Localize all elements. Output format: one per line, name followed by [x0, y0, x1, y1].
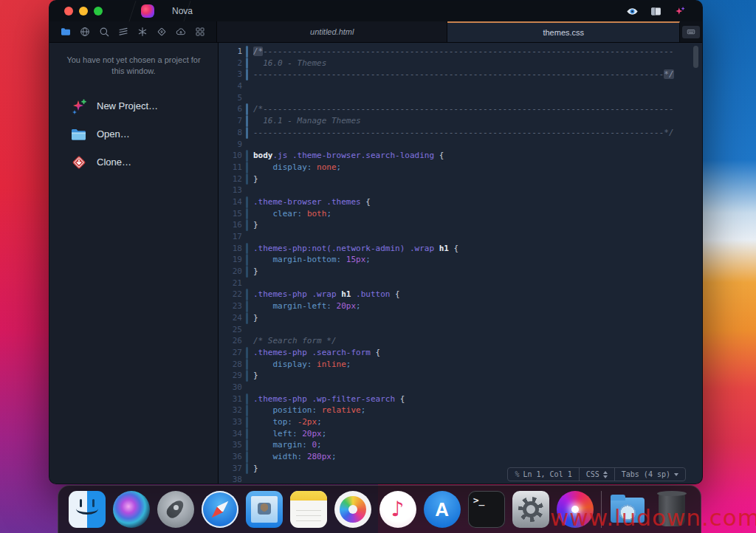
appstore-dock-icon[interactable] [424, 491, 461, 528]
code-line[interactable]: 20} [219, 266, 702, 278]
diamond-icon[interactable] [156, 26, 168, 38]
code-line[interactable]: 18.themes-php:not(.network-admin) .wrap … [219, 243, 702, 255]
code-text: left: 20px; [253, 428, 326, 440]
code-line[interactable]: 8---------------------------------------… [219, 127, 702, 139]
code-line[interactable]: 30 [219, 382, 702, 393]
grid-icon[interactable] [194, 26, 206, 38]
minimize-button[interactable] [79, 7, 88, 16]
notes-dock-icon[interactable] [290, 491, 327, 528]
photos-dock-icon[interactable] [334, 491, 371, 528]
change-bar [246, 219, 248, 231]
code-line[interactable]: 26/* Search form */ [219, 335, 702, 347]
code-line[interactable]: 6/*-------------------------------------… [219, 103, 702, 115]
code-line[interactable]: 35 margin: 0; [219, 439, 702, 451]
code-text: ----------------------------------------… [253, 127, 674, 139]
change-bar [246, 266, 248, 278]
code-line[interactable]: 5 [219, 92, 702, 104]
code-line[interactable]: 2 16.0 - Themes [219, 58, 702, 69]
code-line[interactable]: 34 left: 20px; [219, 428, 702, 440]
code-line[interactable]: 16} [219, 219, 702, 231]
asterisk-icon[interactable] [137, 26, 148, 38]
code-line[interactable]: 7 16.1 - Manage Themes [219, 115, 702, 127]
code-text: } [253, 266, 258, 278]
terminal-dock-icon[interactable] [468, 491, 505, 528]
line-number: 26 [219, 335, 246, 347]
safari-dock-icon[interactable] [202, 491, 238, 528]
code-line[interactable]: 23 margin-left: 20px; [219, 300, 702, 312]
line-number: 23 [219, 300, 246, 312]
code-line[interactable]: 24} [219, 312, 702, 324]
music-dock-icon[interactable] [379, 491, 416, 528]
sidebar-action-openfolder[interactable]: Open… [49, 120, 218, 148]
code-editor[interactable]: 1/*-------------------------------------… [219, 43, 702, 484]
language-selector[interactable]: CSS [579, 468, 614, 481]
folder-icon[interactable] [60, 26, 72, 38]
code-text: margin-left: 20px; [253, 300, 361, 312]
siri-dock-icon[interactable] [113, 491, 150, 528]
code-line[interactable]: 36 width: 280px; [219, 451, 702, 463]
code-line[interactable]: 4 [219, 80, 702, 92]
code-line[interactable]: 14.theme-browser .themes { [219, 196, 702, 208]
code-line[interactable]: 11 display: none; [219, 162, 702, 173]
cursor-position-control[interactable]: % Ln 1, Col 1 [508, 468, 578, 481]
sparkle-plus-icon[interactable] [673, 5, 686, 18]
code-line[interactable]: 10body.js .theme-browser.search-loading … [219, 150, 702, 162]
editor-scrollbar[interactable] [693, 46, 698, 68]
code-line[interactable]: 3---------------------------------------… [219, 69, 702, 80]
code-line[interactable]: 15 clear: both; [219, 208, 702, 220]
code-line[interactable]: 32 position: relative; [219, 405, 702, 416]
code-line[interactable]: 31.themes-php .wp-filter-search { [219, 393, 702, 405]
project-sidebar: You have not yet chosen a project for th… [49, 43, 219, 484]
siri-icon [113, 491, 150, 528]
launchpad-dock-icon[interactable] [157, 491, 194, 528]
change-bar [246, 451, 248, 463]
finder-dock-icon[interactable] [69, 491, 106, 528]
sidebar-toolbar [49, 21, 217, 42]
change-bar [246, 92, 248, 104]
mail-icon [246, 491, 283, 528]
sidebar-action-npstar[interactable]: New Project… [49, 92, 218, 120]
code-line[interactable]: 13 [219, 185, 702, 196]
code-line[interactable]: 9 [219, 139, 702, 151]
code-line[interactable]: 29} [219, 370, 702, 382]
code-line[interactable]: 28 display: inline; [219, 359, 702, 371]
close-button[interactable] [64, 7, 73, 16]
code-line[interactable]: 19 margin-bottom: 15px; [219, 254, 702, 266]
indentation-selector[interactable]: Tabs (4 sp) [614, 468, 685, 481]
change-bar [246, 463, 248, 475]
settings-icon [512, 491, 549, 528]
change-bar [246, 289, 248, 300]
change-bar [246, 196, 248, 208]
tab-label: themes.css [543, 28, 584, 37]
toolbar-tab-row: untitled.htmlthemes.css [49, 21, 702, 43]
tab-themes.css[interactable]: themes.css [447, 21, 680, 42]
layers-icon[interactable] [117, 26, 129, 38]
code-line[interactable]: 1/*-------------------------------------… [219, 46, 702, 58]
globe-icon[interactable] [79, 26, 91, 38]
zoom-button[interactable] [94, 7, 103, 16]
code-line[interactable]: 17 [219, 231, 702, 243]
keyboard-toggle[interactable] [682, 26, 700, 38]
code-line[interactable]: 12} [219, 173, 702, 185]
code-text: } [253, 312, 258, 324]
settings-dock-icon[interactable] [512, 491, 549, 528]
sidebar-action-label: Clone… [97, 157, 131, 168]
code-line[interactable]: 27.themes-php .search-form { [219, 347, 702, 359]
search-icon[interactable] [98, 26, 110, 38]
sidebar-action-clone[interactable]: Clone… [49, 148, 218, 176]
code-line[interactable]: 25 [219, 324, 702, 336]
mail-dock-icon[interactable] [246, 491, 283, 528]
panel-icon[interactable] [650, 5, 662, 18]
eye-icon[interactable] [626, 5, 639, 18]
code-line[interactable]: 22.themes-php .wrap h1 .button { [219, 289, 702, 300]
tab-untitled.html[interactable]: untitled.html [217, 21, 447, 42]
cloud-icon[interactable] [175, 26, 187, 38]
code-line[interactable]: 33 top: -2px; [219, 416, 702, 428]
line-number: 2 [219, 58, 246, 69]
change-bar [246, 474, 248, 484]
code-line[interactable]: 21 [219, 278, 702, 289]
code-text: body.js .theme-browser.search-loading { [253, 150, 444, 162]
line-number: 20 [219, 266, 246, 278]
code-text: 16.1 - Manage Themes [253, 115, 361, 127]
npstar-icon [70, 97, 88, 115]
